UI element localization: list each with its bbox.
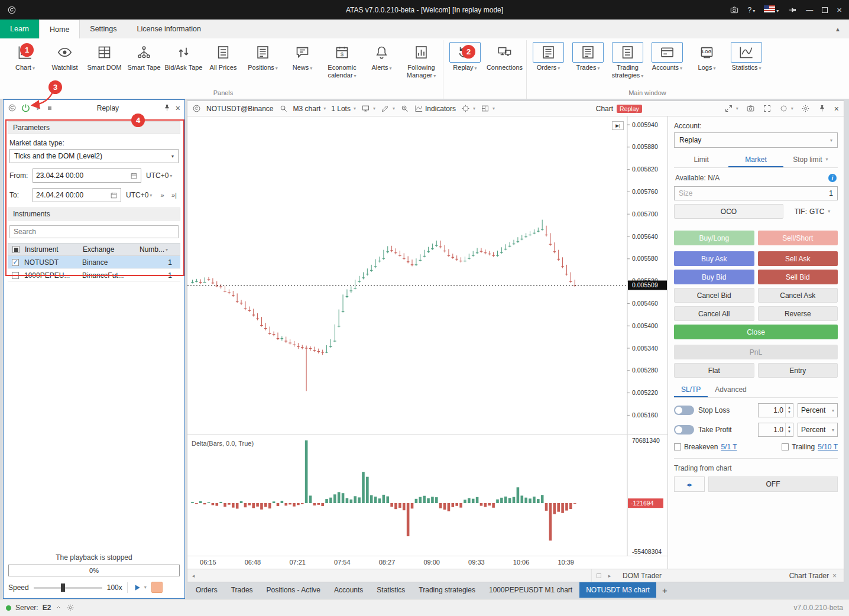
- tab-advanced[interactable]: Advanced: [708, 383, 753, 397]
- info-icon[interactable]: i: [828, 174, 837, 182]
- oco-button[interactable]: OCO: [674, 204, 783, 219]
- instrument-search-input[interactable]: [9, 225, 179, 238]
- pin-icon[interactable]: [163, 103, 171, 112]
- restore-panel-button[interactable]: ▾: [724, 104, 738, 113]
- layout-button[interactable]: ▾: [481, 104, 495, 113]
- trailing-settings-link[interactable]: 5/10 T: [818, 443, 838, 451]
- breakeven-checkbox[interactable]: [674, 443, 681, 450]
- screenshot-icon[interactable]: [730, 5, 739, 15]
- ribbon-item-connections[interactable]: Connections: [485, 40, 524, 72]
- time-axis[interactable]: 06:1506:4807:2107:5408:2709:0009:3310:06…: [187, 556, 667, 569]
- go-to-latest-button[interactable]: ▶|: [612, 121, 624, 130]
- close-icon[interactable]: ×: [176, 103, 180, 113]
- ribbon-item-smart-tape[interactable]: Smart Tape: [124, 40, 164, 72]
- tab-1000pepeusdt-m1-chart[interactable]: 1000PEPEUSDT M1 chart: [482, 582, 579, 598]
- horizontal-scrollbar[interactable]: [199, 569, 592, 582]
- table-row[interactable]: 1000PEPEU... BinanceFut... 1: [8, 269, 180, 282]
- stop-loss-toggle[interactable]: [674, 406, 694, 415]
- tab-notusdt-m3-chart[interactable]: NOTUSDT M3 chart: [579, 582, 656, 598]
- sell-bid-button[interactable]: Sell Bid: [758, 270, 838, 284]
- ribbon-item-watchlist[interactable]: Watchlist: [45, 40, 85, 72]
- ribbon-item-orders[interactable]: Orders▾: [529, 40, 568, 72]
- calendar-icon[interactable]: [110, 192, 118, 199]
- server-expand-icon[interactable]: [55, 604, 62, 611]
- take-profit-toggle[interactable]: [674, 425, 694, 435]
- ribbon-item-trades[interactable]: Trades▾: [568, 40, 608, 72]
- tab-positions-active[interactable]: Positions - Active: [260, 582, 327, 598]
- size-input[interactable]: Size 1: [674, 186, 838, 200]
- ribbon-item-news[interactable]: News▾: [283, 40, 322, 72]
- buy-long-button[interactable]: Buy/Long: [674, 231, 754, 245]
- from-timezone-select[interactable]: UTC+0▾: [144, 168, 179, 183]
- scrollbar-resize-handle[interactable]: [597, 573, 601, 578]
- pin-icon[interactable]: [788, 5, 797, 15]
- replay-play-button[interactable]: [35, 105, 42, 112]
- tab-license-information[interactable]: License information: [127, 20, 211, 38]
- ribbon-item-accounts[interactable]: Accounts▾: [647, 40, 687, 72]
- row-checkbox[interactable]: ✓: [12, 259, 19, 266]
- chart-area[interactable]: 0.0059400.0058800.0058200.0057600.005700…: [187, 116, 667, 569]
- to-timezone-select[interactable]: UTC+0▾: [124, 188, 155, 202]
- ribbon-item-alerts[interactable]: Alerts▾: [362, 40, 401, 72]
- ribbon-item-smart-dom[interactable]: Smart DOM: [85, 40, 124, 72]
- tab-statistics[interactable]: Statistics: [370, 582, 411, 598]
- price-pane[interactable]: 0.0059400.0058800.0058200.0057600.005700…: [187, 116, 667, 434]
- sell-ask-button[interactable]: Sell Ask: [758, 251, 838, 266]
- settings-gear-icon[interactable]: [801, 104, 810, 113]
- take-profit-stepper[interactable]: 1.0▲▼: [758, 423, 793, 437]
- start-playback-button[interactable]: ▾: [132, 583, 147, 592]
- ribbon-item-bid-ask-tape[interactable]: Bid/Ask Tape: [164, 40, 203, 72]
- breakeven-settings-link[interactable]: 5/1 T: [721, 443, 737, 451]
- pause-playback-button[interactable]: [151, 582, 163, 593]
- maximize-button[interactable]: [822, 7, 828, 13]
- trading-side-switch[interactable]: ◂▸: [674, 476, 705, 492]
- step-up-icon[interactable]: ▲: [788, 406, 791, 410]
- indicators-button[interactable]: Indicators: [414, 104, 456, 113]
- tab-chart-trader[interactable]: Chart Trader×: [782, 569, 844, 582]
- speed-slider-handle[interactable]: [61, 583, 65, 592]
- column-instrument[interactable]: Instrument: [24, 245, 83, 254]
- cancel-bid-button[interactable]: Cancel Bid: [674, 288, 754, 303]
- skip-forward-icon[interactable]: »: [158, 189, 167, 201]
- tab-trades[interactable]: Trades: [225, 582, 260, 598]
- tab-trading-strategies[interactable]: Trading strategies: [412, 582, 482, 598]
- calendar-icon[interactable]: [130, 172, 138, 180]
- to-date-input[interactable]: 24.04.24 00:00: [33, 188, 121, 202]
- tif-select[interactable]: TIF:GTC▾: [787, 204, 838, 219]
- take-profit-unit-select[interactable]: Percent▾: [798, 423, 838, 437]
- market-data-type-select[interactable]: Ticks and the DOM (Level2) ▾: [9, 149, 179, 163]
- ribbon-item-statistics[interactable]: Statistics▾: [727, 40, 766, 72]
- from-date-input[interactable]: 23.04.24 00:00: [33, 168, 141, 183]
- cancel-ask-button[interactable]: Cancel Ask: [758, 288, 838, 303]
- cancel-all-button[interactable]: Cancel All: [674, 306, 754, 321]
- replay-power-button[interactable]: [21, 103, 31, 113]
- add-tab-button[interactable]: +: [657, 582, 673, 598]
- skip-to-end-icon[interactable]: »|: [170, 189, 179, 201]
- flat-button[interactable]: Flat: [674, 363, 754, 378]
- pin-icon[interactable]: [818, 104, 827, 113]
- stop-loss-stepper[interactable]: 1.0▲▼: [758, 403, 793, 417]
- playback-progress-bar[interactable]: 0%: [8, 565, 180, 576]
- ribbon-item-economic-calendar[interactable]: Economic calendar▾: [322, 40, 362, 79]
- minimize-button[interactable]: —: [806, 6, 813, 14]
- entry-button[interactable]: Entry: [758, 363, 838, 378]
- scroll-right-button[interactable]: ▸: [604, 573, 615, 579]
- trailing-checkbox[interactable]: [782, 443, 789, 450]
- step-down-icon[interactable]: ▼: [788, 410, 791, 415]
- step-up-icon[interactable]: ▲: [788, 425, 791, 430]
- speed-slider[interactable]: [34, 583, 102, 592]
- tab-home[interactable]: Home: [39, 20, 80, 38]
- ribbon-item-all-prices[interactable]: All Prices: [203, 40, 243, 72]
- stop-loss-unit-select[interactable]: Percent▾: [798, 403, 838, 417]
- step-down-icon[interactable]: ▼: [788, 430, 791, 435]
- row-checkbox[interactable]: [12, 272, 19, 279]
- close-position-button[interactable]: Close: [674, 325, 838, 339]
- theme-button[interactable]: ▾: [779, 104, 793, 113]
- screenshot-icon[interactable]: [746, 104, 755, 113]
- instruments-table-header[interactable]: Instrument Exchange Numb...▾: [8, 243, 180, 256]
- tab-settings[interactable]: Settings: [80, 20, 127, 38]
- zoom-in-icon[interactable]: [400, 104, 409, 113]
- delta-pane[interactable]: 70681340-55408304-121694: [187, 434, 667, 556]
- settings-gear-icon[interactable]: [66, 604, 74, 612]
- tab-accounts[interactable]: Accounts: [328, 582, 370, 598]
